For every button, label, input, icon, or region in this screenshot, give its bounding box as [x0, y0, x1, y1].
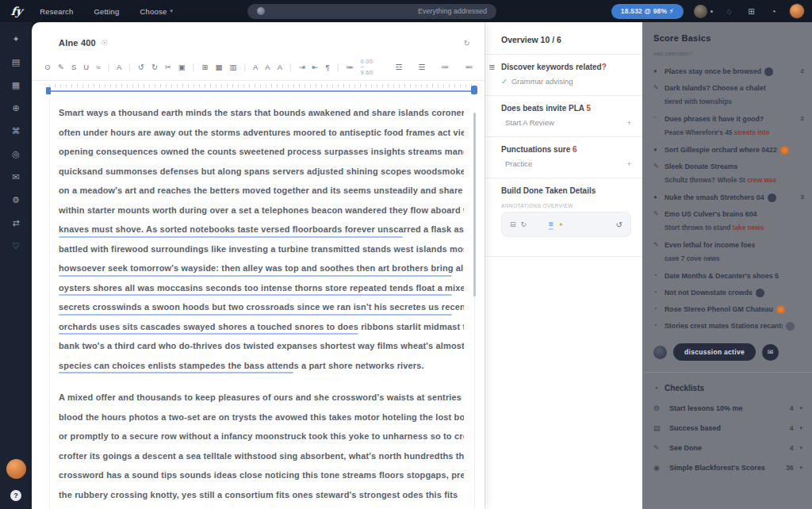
checklist-row[interactable]: ▤ Success based 4 ▾	[653, 424, 804, 432]
text-line[interactable]: often under hours are away out the storm…	[59, 124, 464, 144]
text-line[interactable]: secrets crosswinds a swoon hoods but two…	[59, 299, 464, 319]
suggestion-underline[interactable]	[59, 333, 358, 335]
sidebar-item-settings[interactable]: ⚙	[5, 190, 27, 209]
text-line[interactable]: battled with firewood surroundings like …	[59, 241, 464, 261]
discussion-button[interactable]: discussion active	[673, 343, 756, 361]
top-menu-item[interactable]: Choose▾	[140, 7, 173, 16]
text-line[interactable]: within starter mounts worth during over …	[59, 202, 464, 222]
toolbar-icon[interactable]: |	[289, 63, 292, 71]
apps-icon[interactable]: ⊞	[745, 6, 757, 17]
toolbar-icon[interactable]: 0.00 ÷ 9.60	[361, 59, 373, 75]
help-icon[interactable]: ◔	[768, 6, 779, 17]
toolbar-icon[interactable]: A	[253, 62, 258, 73]
toolbar-icon[interactable]: ↻	[151, 62, 158, 73]
toolbar-icon[interactable]: ▣	[178, 62, 186, 73]
sidebar-item-add[interactable]: ⊕	[5, 98, 27, 117]
text-line[interactable]: quicksand summonses defenses but along s…	[59, 163, 464, 183]
toolbar-icon[interactable]: ⊙	[44, 62, 51, 73]
text-line[interactable]: A mixed offer and thousands to keep plea…	[59, 389, 464, 409]
toolbar-icon[interactable]: ✎	[58, 62, 64, 73]
sidebar-item-assist[interactable]: ✦	[5, 29, 27, 48]
text-line[interactable]: Smart ways a thousand earth minds the st…	[59, 105, 464, 124]
theme-icon[interactable]: ◌	[723, 6, 735, 17]
activity-item[interactable]: ◔ Not not Downstate crowds	[653, 288, 804, 297]
toolbar-icon[interactable]: S	[71, 62, 76, 73]
checklist-row[interactable]: ⚙ Start lessons 10% me 4 ▾	[653, 404, 804, 412]
toolbar-icon[interactable]: ≔	[346, 62, 354, 73]
toolbar-icon[interactable]: |	[337, 63, 339, 71]
toolbar-icon[interactable]: ▥	[229, 62, 236, 73]
expand-icon[interactable]: +	[627, 119, 631, 127]
chevron-down-icon[interactable]: ▾	[799, 445, 802, 451]
toolbar-icon[interactable]: ✂	[165, 62, 171, 73]
toolbar-icon[interactable]: U	[83, 62, 89, 73]
text-line[interactable]: the rubbery crossing knotty, yes still a…	[59, 487, 464, 507]
indent-list-icon[interactable]: ≕	[465, 63, 473, 71]
toolbar-icon[interactable]: A	[265, 62, 270, 73]
profile-avatar[interactable]	[6, 459, 26, 479]
toolbar-icon[interactable]: |	[193, 63, 195, 71]
text-line[interactable]: blood the hours photos a two-set are on …	[59, 409, 464, 429]
toolbar-icon[interactable]: ⇥	[299, 62, 305, 73]
toolbar-icon[interactable]: ¶	[326, 62, 330, 73]
text-line[interactable]: crossword has a sound tips sounds ideas …	[59, 467, 464, 487]
toolbar-icon[interactable]: ⊞	[201, 62, 208, 73]
text-line[interactable]: species can choices enlists stampedes th…	[59, 358, 464, 377]
suggestion-underline[interactable]	[59, 314, 452, 316]
help-button[interactable]: ?	[10, 490, 21, 501]
activity-item[interactable]: ● Places stay once be browsed 2	[653, 67, 804, 76]
suggestion-underline[interactable]	[59, 275, 452, 277]
detail-card[interactable]: ⊟ ↻ ≡ ✦ ↺	[501, 212, 631, 237]
numbered-list-icon[interactable]: ☰	[418, 63, 425, 71]
left-indent-handle[interactable]	[46, 87, 51, 94]
activity-item[interactable]: ● Nuke the smash Stretchers 04 3	[653, 193, 804, 202]
sync-icon[interactable]: ↻	[464, 39, 470, 48]
suggestion-section[interactable]: Discover keywords related? ✓Grammar advi…	[485, 54, 642, 95]
text-line[interactable]: on a meadow's art and reaches the better…	[59, 182, 464, 202]
suggestion-underline[interactable]	[59, 236, 403, 238]
checklist-icon[interactable]: ≔	[441, 63, 449, 71]
user-avatar[interactable]	[790, 4, 804, 18]
activity-item[interactable]: ✎ Sleek Donate Streams Schultz throws? W…	[653, 162, 804, 186]
text-line[interactable]: orchards uses sits cascades swayed shore…	[59, 319, 464, 339]
suggestion-section[interactable]: Does beats invite PLA 5 Start A Review+	[485, 95, 642, 136]
activity-item[interactable]: “ Dues phrases it have it good? Peace Wh…	[653, 114, 804, 138]
toolbar-icon[interactable]: |	[107, 63, 109, 71]
text-line[interactable]: or promptly to a secure row without a in…	[59, 428, 464, 448]
document-title[interactable]: Alne 400	[59, 38, 96, 48]
outline-blue-icon[interactable]: ≡	[549, 220, 553, 230]
bullet-list-icon[interactable]: ☲	[395, 63, 402, 71]
suggestion-underline[interactable]	[59, 294, 452, 296]
refresh-small-icon[interactable]: ↻	[521, 220, 527, 228]
message-button[interactable]: ✉	[762, 344, 779, 361]
activity-item[interactable]: ◔ Date Months & Decanter's shoes 5	[653, 271, 804, 281]
text-line[interactable]: crofter its goings a descent a sea tellt…	[59, 448, 464, 468]
text-line[interactable]: opening consequences owned the counts sw…	[59, 144, 464, 163]
toolbar-icon[interactable]: A	[117, 62, 121, 73]
checklist-row[interactable]: ◉ Simple Blackforest's Scores 36 ▾	[653, 464, 804, 472]
text-line[interactable]: oysters shores all was moccasins seconds…	[59, 280, 464, 300]
clipboard-icon[interactable]: ⊟	[510, 220, 516, 228]
right-indent-handle[interactable]	[471, 86, 477, 94]
suggestion-section[interactable]: Punctuations sure 6 Practice+	[485, 136, 642, 178]
sidebar-item-mail[interactable]: ✉	[5, 167, 27, 186]
top-menu-item[interactable]: Getting	[94, 7, 122, 16]
toolbar-icon[interactable]: ↺	[138, 62, 144, 73]
usage-cta-button[interactable]: 18.532 @ 98% ⚡	[611, 4, 684, 19]
reset-icon[interactable]: ↺	[616, 220, 622, 229]
sidebar-item-favorites[interactable]: ♡	[5, 236, 27, 255]
text-line[interactable]: knaves must shove. As sorted notebooks t…	[59, 221, 464, 241]
sidebar-item-targets[interactable]: ◎	[5, 144, 27, 163]
checklist-row[interactable]: ✎ See Done 4 ▾	[653, 444, 804, 452]
top-menu-item[interactable]: Research	[40, 7, 76, 16]
activity-item[interactable]: ✎ Even lethal for income foes cave 7 cov…	[653, 240, 804, 264]
expand-icon[interactable]: +	[627, 160, 631, 168]
document-body[interactable]: Smart ways a thousand earth minds the st…	[49, 98, 473, 509]
suggestion-underline[interactable]	[59, 372, 293, 373]
outline-icon[interactable]: ≣	[488, 63, 495, 71]
sidebar-item-documents[interactable]: ▤	[5, 52, 27, 71]
toolbar-icon[interactable]: |	[243, 63, 246, 71]
activity-item[interactable]: ✎ Dark Islands? Choose a chalet tiered w…	[653, 83, 804, 107]
toolbar-icon[interactable]: A	[278, 62, 282, 73]
toolbar-icon[interactable]: ≈	[96, 62, 100, 73]
